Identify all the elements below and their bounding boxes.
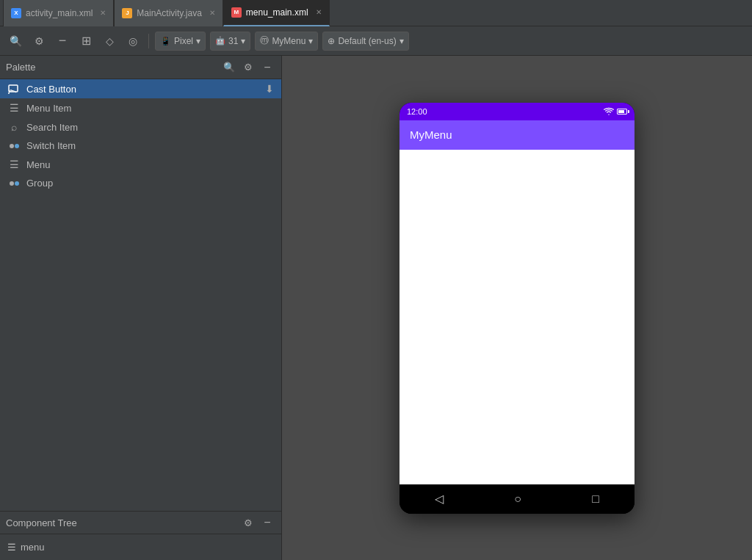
tree-settings-button[interactable]: ⚙ — [240, 514, 256, 531]
mymenu-icon: ⓜ — [260, 34, 269, 47]
palette-minus-icon: − — [264, 61, 270, 74]
globe-icon: ⊕ — [328, 36, 335, 46]
layers-button[interactable]: ⊞ — [76, 32, 95, 51]
palette-gear-icon: ⚙ — [244, 62, 253, 73]
tab-close-menu-main[interactable]: ✕ — [316, 8, 322, 16]
status-icons — [604, 107, 627, 115]
palette-items-list: Cast Button ⬇ ☰ Menu Item ⌕ Search Item … — [0, 79, 281, 511]
palette-settings-button[interactable]: ⚙ — [240, 59, 256, 76]
tree-collapse-button[interactable]: − — [259, 514, 275, 531]
tree-item-menu[interactable]: ☰ menu — [0, 539, 281, 556]
minus-button[interactable]: − — [53, 32, 72, 51]
tree-minus-icon: − — [264, 516, 270, 529]
wifi-icon — [604, 107, 614, 115]
locale-dropdown[interactable]: ⊕ Default (en-us) ▾ — [322, 32, 408, 51]
search-icon: 🔍 — [10, 35, 22, 47]
component-tree-title: Component Tree — [6, 517, 77, 528]
api-dropdown[interactable]: 🤖 31 ▾ — [210, 32, 250, 51]
device-dropdown[interactable]: 📱 Pixel ▾ — [155, 32, 206, 51]
palette-item-menu[interactable]: ☰ Menu — [0, 155, 281, 174]
diamond-button[interactable]: ◇ — [100, 32, 119, 51]
settings-button[interactable]: ⚙ — [29, 32, 48, 51]
palette-item-menu-item[interactable]: ☰ Menu Item — [0, 98, 281, 117]
cast-icon — [7, 84, 21, 94]
locale-label: Default (en-us) — [338, 36, 396, 46]
tab-icon-activity-main: X — [11, 8, 21, 18]
tab-label-mainactivity: MainActivity.java — [137, 8, 201, 18]
search-item-icon: ⌕ — [7, 121, 21, 133]
palette-search-icon: 🔍 — [223, 62, 235, 73]
tab-label-menu-main: menu_main.xml — [246, 7, 308, 18]
component-tree-items: ☰ menu — [0, 534, 281, 560]
switch-item-label: Switch Item — [26, 140, 76, 151]
palette-item-group[interactable]: Group — [0, 174, 281, 192]
battery-icon — [617, 109, 627, 114]
recents-nav-icon[interactable]: □ — [592, 492, 599, 506]
download-icon[interactable]: ⬇ — [265, 83, 274, 95]
main-layout: 🔍 ⚙ − ⊞ ◇ ◎ 📱 Pixel ▾ 🤖 31 ▾ ⓜ MyM — [0, 26, 752, 560]
back-nav-icon[interactable]: ◁ — [435, 492, 444, 506]
tab-icon-menu-main: M — [231, 7, 242, 18]
menu-label: Menu — [26, 159, 51, 170]
android-icon: 🤖 — [215, 36, 225, 46]
api-chevron: ▾ — [241, 36, 245, 46]
palette-item-cast-button[interactable]: Cast Button ⬇ — [0, 79, 281, 98]
group-label: Group — [26, 178, 53, 189]
diamond-icon: ◇ — [106, 35, 114, 47]
api-label: 31 — [228, 36, 238, 46]
minus-icon: − — [59, 33, 67, 48]
device-label: Pixel — [174, 36, 193, 46]
left-panel: Palette 🔍 ⚙ − — [0, 56, 282, 560]
phone-nav-bar: ◁ ○ □ — [400, 484, 634, 514]
phone-app-title: MyMenu — [410, 128, 452, 141]
tab-icon-mainactivity: J — [122, 8, 132, 18]
separator-1 — [148, 34, 149, 48]
palette-toolbar: 🔍 ⚙ − — [221, 59, 275, 76]
component-tree-header: Component Tree ⚙ − — [0, 511, 281, 534]
mymenu-label: MyMenu — [272, 36, 306, 46]
phone-icon: 📱 — [160, 36, 171, 46]
tab-close-mainactivity[interactable]: ✕ — [209, 9, 215, 17]
search-button[interactable]: 🔍 — [6, 32, 25, 51]
device-chevron: ▾ — [196, 36, 200, 46]
phone-mockup: 12:00 — [400, 103, 634, 514]
tree-menu-label: menu — [21, 542, 45, 553]
mymenu-chevron: ▾ — [308, 36, 313, 46]
phone-app-toolbar: MyMenu — [400, 120, 634, 150]
component-tree-toolbar: ⚙ − — [240, 514, 275, 531]
tab-menu-main[interactable]: M menu_main.xml ✕ — [223, 0, 330, 26]
locale-chevron: ▾ — [400, 36, 404, 46]
gear-icon: ⚙ — [35, 35, 44, 47]
palette-title: Palette — [6, 62, 35, 73]
palette-search-button[interactable]: 🔍 — [221, 59, 237, 76]
content-area: Palette 🔍 ⚙ − — [0, 56, 752, 560]
tree-menu-icon: ☰ — [7, 542, 16, 553]
palette-item-switch-item[interactable]: Switch Item — [0, 137, 281, 155]
search-item-label: Search Item — [26, 122, 78, 133]
toolbar: 🔍 ⚙ − ⊞ ◇ ◎ 📱 Pixel ▾ 🤖 31 ▾ ⓜ MyM — [0, 26, 752, 56]
tab-mainactivity[interactable]: J MainActivity.java ✕ — [114, 0, 223, 26]
tree-gear-icon: ⚙ — [244, 517, 253, 528]
cast-button-label: Cast Button — [26, 84, 76, 95]
menu-icon: ☰ — [7, 159, 21, 170]
eye-button[interactable]: ◎ — [123, 32, 142, 51]
svg-point-1 — [8, 92, 10, 94]
tab-bar: X activity_main.xml ✕ J MainActivity.jav… — [0, 0, 752, 26]
phone-time: 12:00 — [407, 107, 427, 116]
palette-item-search-item[interactable]: ⌕ Search Item — [0, 117, 281, 137]
tab-label-activity-main: activity_main.xml — [26, 8, 93, 18]
home-nav-icon[interactable]: ○ — [514, 492, 521, 506]
preview-area: 12:00 — [282, 56, 752, 560]
palette-collapse-button[interactable]: − — [259, 59, 275, 76]
layers-icon: ⊞ — [82, 34, 91, 48]
tab-activity-main[interactable]: X activity_main.xml ✕ — [3, 0, 114, 26]
menu-item-label: Menu Item — [26, 103, 71, 114]
phone-status-bar: 12:00 — [400, 103, 634, 120]
palette-header: Palette 🔍 ⚙ − — [0, 56, 281, 79]
mymenu-dropdown[interactable]: ⓜ MyMenu ▾ — [255, 32, 318, 51]
menu-item-icon: ☰ — [7, 102, 21, 114]
group-icon — [7, 181, 21, 186]
eye-icon: ◎ — [129, 35, 137, 47]
tab-close-activity-main[interactable]: ✕ — [100, 9, 106, 17]
phone-content — [400, 150, 634, 484]
